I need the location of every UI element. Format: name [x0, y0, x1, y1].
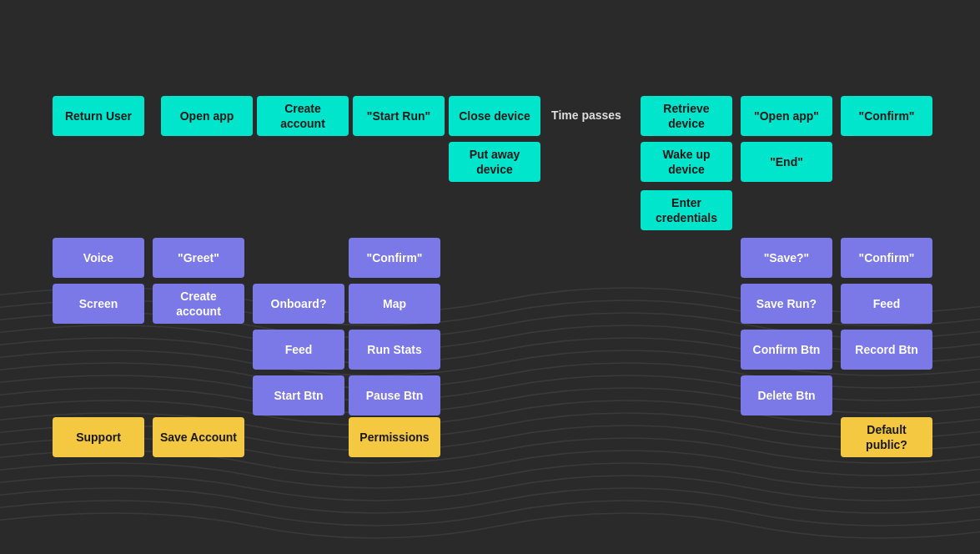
- start-btn[interactable]: Start Btn: [253, 375, 344, 416]
- confirm-btn[interactable]: Confirm Btn: [741, 330, 832, 370]
- create-account-2[interactable]: Create account: [153, 284, 244, 324]
- create-account-1[interactable]: Create account: [257, 96, 349, 136]
- delete-btn[interactable]: Delete Btn: [741, 375, 832, 416]
- return-user[interactable]: Return User: [53, 96, 144, 136]
- permissions[interactable]: Permissions: [349, 417, 440, 457]
- end[interactable]: "End": [741, 142, 832, 182]
- enter-credentials[interactable]: Enter credentials: [641, 190, 732, 230]
- map[interactable]: Map: [349, 284, 440, 324]
- greet[interactable]: "Greet": [153, 238, 244, 278]
- confirm-3[interactable]: "Confirm": [841, 238, 932, 278]
- record-btn[interactable]: Record Btn: [841, 330, 932, 370]
- save-q[interactable]: "Save?": [741, 238, 832, 278]
- wake-up-device[interactable]: Wake up device: [641, 142, 732, 182]
- voice[interactable]: Voice: [53, 238, 144, 278]
- start-run[interactable]: "Start Run": [353, 96, 445, 136]
- feed-1[interactable]: Feed: [841, 284, 932, 324]
- put-away-device[interactable]: Put away device: [449, 142, 540, 182]
- close-device[interactable]: Close device: [449, 96, 540, 136]
- save-run[interactable]: Save Run?: [741, 284, 832, 324]
- open-app-2[interactable]: "Open app": [741, 96, 832, 136]
- time-passes-label: Time passes: [540, 108, 632, 122]
- retrieve-device[interactable]: Retrieve device: [641, 96, 732, 136]
- save-account[interactable]: Save Account: [153, 417, 244, 457]
- pause-btn[interactable]: Pause Btn: [349, 375, 440, 416]
- confirm-2[interactable]: "Confirm": [349, 238, 440, 278]
- feed-2[interactable]: Feed: [253, 330, 344, 370]
- open-app-1[interactable]: Open app: [161, 96, 253, 136]
- screen[interactable]: Screen: [53, 284, 144, 324]
- support[interactable]: Support: [53, 417, 144, 457]
- default-public[interactable]: Default public?: [841, 417, 932, 457]
- onboard[interactable]: Onboard?: [253, 284, 344, 324]
- confirm-1[interactable]: "Confirm": [841, 96, 932, 136]
- run-stats[interactable]: Run Stats: [349, 330, 440, 370]
